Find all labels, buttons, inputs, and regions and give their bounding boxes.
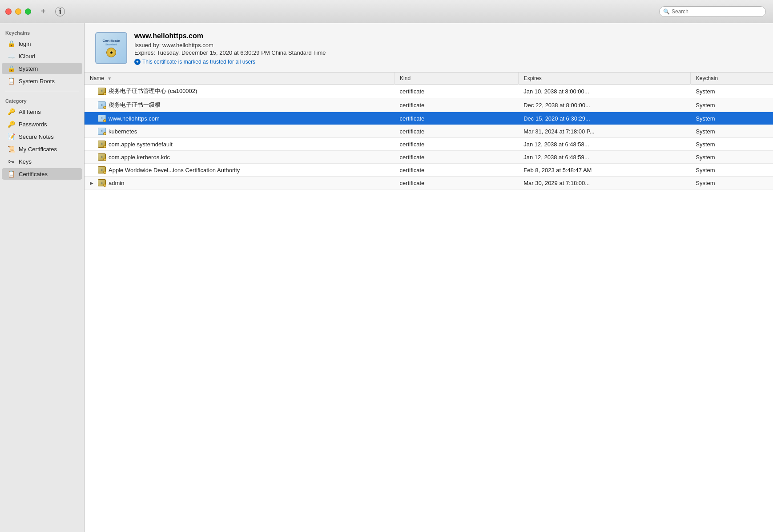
- cell-kind: certificate: [395, 177, 519, 189]
- column-header-kind[interactable]: Kind: [395, 73, 519, 85]
- cert-row-icon: ≡: [98, 128, 106, 135]
- trusted-text: This certificate is marked as trusted fo…: [142, 59, 255, 65]
- content-area: Certificate Standard ★ www.hellohttps.co…: [85, 23, 773, 532]
- cert-badge-icon: [103, 171, 106, 174]
- expand-arrow-icon[interactable]: ▶: [90, 181, 93, 185]
- search-box[interactable]: 🔍: [659, 6, 766, 17]
- info-button[interactable]: ℹ: [55, 7, 65, 16]
- certificate-info: www.hellohttps.com Issued by: www.helloh…: [134, 32, 762, 65]
- sidebar-item-system-roots[interactable]: 📋 System Roots: [2, 75, 82, 87]
- col-keychain-label: Keychain: [696, 75, 718, 81]
- cell-keychain: System: [690, 112, 773, 125]
- table-row[interactable]: ≡税务电子证书一级根certificateDec 22, 2038 at 8:0…: [85, 98, 773, 112]
- add-button[interactable]: +: [38, 7, 48, 16]
- sidebar-item-my-certificates[interactable]: 📜 My Certificates: [2, 143, 82, 155]
- column-header-name[interactable]: Name ▼: [85, 73, 395, 85]
- sidebar-item-label: Certificates: [19, 171, 48, 177]
- column-header-keychain[interactable]: Keychain: [690, 73, 773, 85]
- category-section-label: Category: [0, 95, 84, 105]
- lock-icon: 🔒: [7, 40, 15, 48]
- search-icon: 🔍: [663, 8, 670, 15]
- cert-icon: 📋: [7, 170, 15, 178]
- cert-title: www.hellohttps.com: [134, 32, 762, 40]
- sidebar-item-passwords[interactable]: 🔑 Passwords: [2, 118, 82, 130]
- sidebar-item-system[interactable]: 🔒 System: [2, 63, 82, 74]
- trusted-icon: +: [134, 59, 141, 65]
- cell-keychain: System: [690, 98, 773, 112]
- cell-expires: Jan 12, 2038 at 6:48:58...: [518, 138, 690, 151]
- cert-name-text: com.apple.systemdefault: [109, 141, 173, 148]
- table-row[interactable]: ≡Apple Worldwide Devel...ions Certificat…: [85, 164, 773, 177]
- cert-issued-by: Issued by: www.hellohttps.com: [134, 42, 762, 48]
- sidebar-item-login[interactable]: 🔒 login: [2, 38, 82, 49]
- cell-expires: Mar 31, 2024 at 7:18:00 P...: [518, 125, 690, 138]
- sidebar-item-all-items[interactable]: 🔑 All Items: [2, 106, 82, 117]
- cert-name-text: admin: [109, 180, 124, 186]
- col-expires-label: Expires: [524, 75, 542, 81]
- cert-trusted: + This certificate is marked as trusted …: [134, 59, 762, 65]
- cert-badge-icon: [103, 119, 106, 122]
- sidebar-item-label: All Items: [19, 109, 41, 115]
- folder-icon: 📋: [7, 77, 15, 85]
- cloud-icon: ☁️: [7, 52, 15, 60]
- titlebar-actions: + ℹ: [38, 7, 65, 16]
- sidebar-item-label: iCloud: [19, 53, 35, 60]
- cert-badge-icon: [103, 145, 106, 148]
- table-row[interactable]: ≡税务电子证书管理中心 (ca100002)certificateJan 10,…: [85, 85, 773, 98]
- my-cert-icon: 📜: [7, 145, 15, 153]
- cert-name-text: 税务电子证书一级根: [109, 101, 161, 109]
- cell-keychain: System: [690, 164, 773, 177]
- cell-keychain: System: [690, 125, 773, 138]
- cell-name: ≡税务电子证书管理中心 (ca100002): [90, 87, 389, 95]
- sidebar-item-certificates[interactable]: 📋 Certificates: [2, 168, 82, 180]
- sidebar-item-keys[interactable]: 🗝 Keys: [2, 156, 82, 167]
- sidebar-item-label: My Certificates: [19, 146, 57, 153]
- table-row[interactable]: ▶≡admincertificateMar 30, 2029 at 7:18:0…: [85, 177, 773, 189]
- column-header-expires[interactable]: Expires: [518, 73, 690, 85]
- key-icon: 🗝: [7, 157, 15, 165]
- cert-row-icon: ≡: [98, 141, 106, 148]
- table-row[interactable]: ≡www.hellohttps.comcertificateDec 15, 20…: [85, 112, 773, 125]
- sidebar-item-secure-notes[interactable]: 📝 Secure Notes: [2, 131, 82, 142]
- cell-name: ≡www.hellohttps.com: [90, 115, 389, 122]
- cell-kind: certificate: [395, 98, 519, 112]
- sidebar-item-label: Secure Notes: [19, 133, 54, 140]
- cell-expires: Jan 10, 2038 at 8:00:00...: [518, 85, 690, 98]
- cell-kind: certificate: [395, 138, 519, 151]
- cell-expires: Dec 22, 2038 at 8:00:00...: [518, 98, 690, 112]
- cell-expires: Jan 12, 2038 at 6:48:59...: [518, 151, 690, 164]
- cert-expires: Expires: Tuesday, December 15, 2020 at 6…: [134, 49, 762, 56]
- table-row[interactable]: ≡com.apple.systemdefaultcertificateJan 1…: [85, 138, 773, 151]
- sidebar-item-label: login: [19, 40, 31, 47]
- sidebar-item-icloud[interactable]: ☁️ iCloud: [2, 50, 82, 62]
- certificates-table-container: Name ▼ Kind Expires Keychain: [85, 73, 773, 532]
- search-input[interactable]: [672, 8, 762, 15]
- cert-name-text: kubernetes: [109, 128, 137, 135]
- sort-arrow-icon: ▼: [107, 76, 112, 81]
- close-button[interactable]: [5, 8, 12, 15]
- cell-name: ≡Apple Worldwide Devel...ions Certificat…: [90, 166, 389, 173]
- cert-badge-icon: [103, 158, 106, 161]
- cert-badge-icon: [103, 92, 106, 95]
- cert-name-text: Apple Worldwide Devel...ions Certificati…: [109, 167, 240, 173]
- cell-kind: certificate: [395, 151, 519, 164]
- maximize-button[interactable]: [25, 8, 31, 15]
- all-items-icon: 🔑: [7, 108, 15, 116]
- cert-badge-icon: [103, 184, 106, 187]
- table-row[interactable]: ≡kubernetescertificateMar 31, 2024 at 7:…: [85, 125, 773, 138]
- cert-row-icon: ≡: [98, 88, 106, 95]
- table-row[interactable]: ≡com.apple.kerberos.kdccertificateJan 12…: [85, 151, 773, 164]
- cell-expires: Dec 15, 2020 at 6:30:29...: [518, 112, 690, 125]
- certificate-header: Certificate Standard ★ www.hellohttps.co…: [85, 23, 773, 73]
- cell-kind: certificate: [395, 85, 519, 98]
- cert-badge-icon: ★: [106, 48, 116, 57]
- cell-expires: Mar 30, 2029 at 7:18:00...: [518, 177, 690, 189]
- col-name-label: Name: [90, 75, 104, 81]
- minimize-button[interactable]: [15, 8, 21, 15]
- cert-name-text: com.apple.kerberos.kdc: [109, 154, 170, 161]
- col-kind-label: Kind: [400, 75, 411, 81]
- cell-keychain: System: [690, 177, 773, 189]
- cert-row-icon: ≡: [98, 166, 106, 173]
- certificate-icon: Certificate Standard ★: [95, 32, 127, 64]
- cell-keychain: System: [690, 85, 773, 98]
